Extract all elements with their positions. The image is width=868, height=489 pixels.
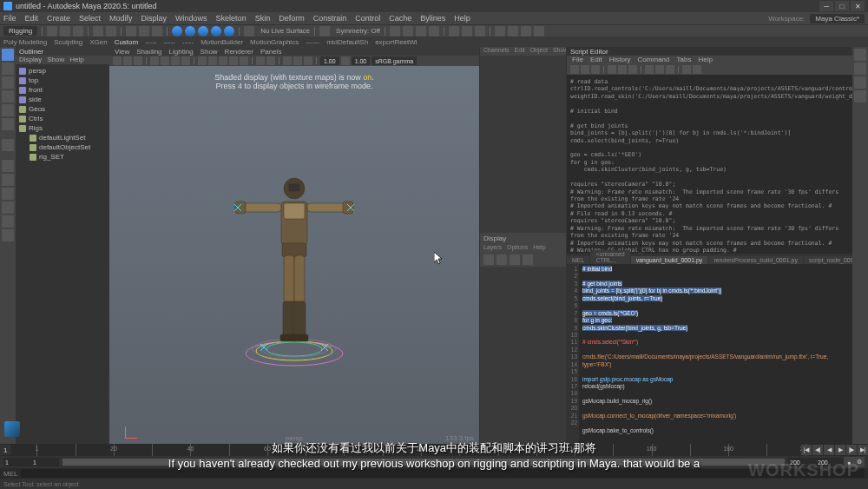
shelf-tab[interactable]: Custom [115,38,139,46]
toolbar-icon[interactable] [403,26,413,36]
menu-create[interactable]: Create [47,14,70,23]
vp-grid-icon[interactable] [150,56,159,65]
viewport-menu-item[interactable]: Panels [260,48,281,56]
shelf-tab[interactable]: Poly Modeling [3,38,47,46]
script-menu-item[interactable]: Tabs [676,56,691,64]
layer-icon[interactable] [496,254,507,265]
script-tab[interactable]: vanguard_build_0001.py [631,256,708,264]
menu-modify[interactable]: Modify [109,14,133,23]
layout-single[interactable] [2,160,14,172]
outliner-item[interactable]: Rigs [17,123,108,133]
clear-all-icon[interactable] [628,65,637,74]
outliner-menu-item[interactable]: Display [19,56,42,64]
script-output[interactable]: # read data ctrlID.read_controls('C:/Use… [567,75,852,254]
shelf-tab[interactable]: ----- [164,38,175,46]
live-surface-icon[interactable] [244,26,254,36]
gamma-input[interactable]: 1.00 [352,56,371,65]
new-scene-icon[interactable] [47,26,57,36]
vp-lights-icon[interactable] [229,56,238,65]
vp-film-gate-icon[interactable] [161,56,169,65]
vp-image-plane-icon[interactable] [134,56,142,65]
shelf-tab[interactable]: exportReetWi [375,38,417,46]
channel-tab[interactable]: Object [530,47,548,56]
layer-icon[interactable] [510,254,520,265]
vp-isolate-icon[interactable] [256,56,265,65]
vp-aa-icon[interactable] [304,56,312,65]
layout-persp[interactable] [2,202,14,214]
minimize-button[interactable]: ─ [819,1,833,11]
outliner-item[interactable]: defaultObjectSet [17,142,108,152]
save-scene-icon[interactable] [73,26,83,36]
colorspace-dropdown[interactable]: sRGB gamma [372,56,417,65]
attribute-editor-icon[interactable] [854,63,866,75]
menu-select[interactable]: Select [79,14,101,23]
outliner-menu-item[interactable]: Help [69,56,83,64]
outliner-item[interactable]: rig_SET [17,152,108,162]
shelf-tab[interactable]: midDefaultSh [326,38,368,46]
menu-constrain[interactable]: Constrain [313,14,347,23]
script-menu-item[interactable]: Command [638,56,670,64]
snap-grid-icon[interactable] [172,26,182,36]
execute-all-icon[interactable] [666,65,674,74]
vp-textured-icon[interactable] [219,56,227,65]
viewport-menu-item[interactable]: Show [201,48,218,56]
toolbar-icon[interactable] [521,26,531,36]
vp-shadows-icon[interactable] [240,56,248,65]
viewport-menu-item[interactable]: Lighting [169,48,194,56]
goto-line-icon[interactable] [693,65,701,74]
script-menu-item[interactable]: Edit [590,56,602,64]
play-back-icon[interactable]: ◀ [824,445,834,455]
vp-xray-icon[interactable] [266,56,275,65]
command-input[interactable] [21,469,865,478]
play-forward-icon[interactable]: ▶ [835,445,845,455]
menu-control[interactable]: Control [355,14,380,23]
channel-tab[interactable]: Edit [515,47,525,56]
script-tab[interactable]: <unnamed CTRL... [590,250,629,264]
outliner-item[interactable]: top [17,76,108,85]
snap-live-icon[interactable] [224,26,234,36]
snap-plane-icon[interactable] [211,26,221,36]
toolbar-icon[interactable] [429,26,439,36]
vp-gamma-icon[interactable] [341,56,350,65]
last-tool[interactable] [2,139,14,151]
lasso-tool[interactable] [2,63,14,75]
layer-icon[interactable] [523,254,533,265]
vp-ao-icon[interactable] [283,56,292,65]
step-forward-icon[interactable]: |▶ [846,445,857,455]
viewport-menu-item[interactable]: Shading [136,48,161,56]
tool-settings-icon[interactable] [854,76,866,89]
viewport-3d[interactable]: Shaded display (with texture maps) is no… [109,66,479,444]
menu-edit[interactable]: Edit [25,14,39,23]
anim-start-input[interactable]: 1 [3,458,31,466]
toolbar-icon[interactable] [390,26,400,36]
render-settings-icon[interactable] [475,26,485,36]
vp-motion-blur-icon[interactable] [293,56,302,65]
script-menu-item[interactable]: History [609,56,631,64]
snap-point-icon[interactable] [198,26,208,36]
workspace-dropdown[interactable]: Maya Classic* [810,14,865,23]
toolbar-icon[interactable] [508,26,518,36]
select-icon[interactable] [126,26,136,36]
script-input[interactable]: 12345678910111213141516171819202122 # in… [567,264,852,444]
maximize-button[interactable]: □ [835,1,849,11]
menu-file[interactable]: File [3,14,16,23]
script-tab[interactable]: MEL [567,256,589,264]
channel-box-icon[interactable] [854,90,866,102]
modeling-toolkit-icon[interactable] [854,49,866,61]
render-icon[interactable] [449,26,459,36]
move-tool[interactable] [2,90,14,102]
close-button[interactable]: ✕ [851,1,865,11]
layout-four[interactable] [2,174,14,186]
shelf-tab[interactable]: ------ [306,38,319,46]
shelf-tab[interactable]: MotionGraphics [250,38,299,46]
shelf-tab[interactable]: ----- [182,38,194,46]
vp-shaded-icon[interactable] [208,56,217,65]
shelf-tab[interactable]: ----- [145,38,156,46]
menu-skin[interactable]: Skin [255,14,271,23]
shelf-tab[interactable]: XGen [89,38,107,46]
exposure-input[interactable]: 1.00 [320,56,339,65]
show-history-icon[interactable] [645,65,654,74]
clear-history-icon[interactable] [608,65,616,74]
rewind-icon[interactable]: |◀ [801,445,812,455]
vp-camera-icon[interactable] [113,56,122,65]
